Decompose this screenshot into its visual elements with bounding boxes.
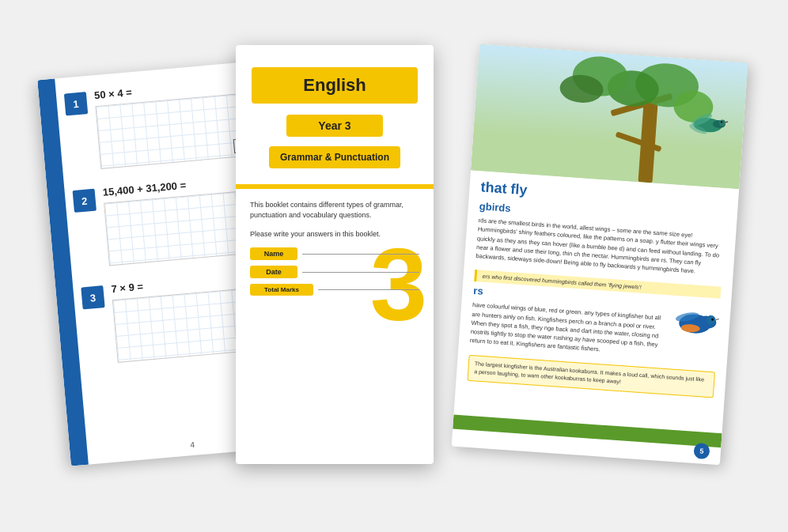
field-total-marks: Total Marks	[250, 284, 419, 296]
right-body: that fly gbirds rds are the smallest bir…	[456, 170, 739, 406]
kingfisher-svg	[669, 298, 720, 345]
scene: 1 50 × 4 = 2 15,400 + 31,200 =	[54, 37, 734, 496]
kingfisher-section: rs have colourful wings of blue, red or …	[469, 285, 720, 367]
question-number-1: 1	[64, 92, 88, 115]
right-top-image	[471, 43, 748, 188]
field-name-label: Name	[250, 247, 297, 260]
booklet-subject: Grammar & Punctuation	[269, 146, 400, 168]
hummingbird-section: gbirds rds are the smallest birds in the…	[475, 200, 726, 282]
hummingbird-image	[683, 106, 729, 145]
center-header: English Year 3 Grammar & Punctuation	[236, 45, 434, 184]
page-number-left: 4	[190, 440, 195, 448]
field-marks-label: Total Marks	[250, 284, 313, 296]
field-date: Date	[250, 266, 419, 278]
svg-line-11	[716, 318, 721, 319]
center-body: This booklet contains different types of…	[236, 189, 434, 313]
field-marks-line	[318, 289, 419, 290]
center-booklet: English Year 3 Grammar & Punctuation Thi…	[236, 45, 434, 464]
body-text-1: This booklet contains different types of…	[250, 200, 419, 221]
field-name: Name	[250, 247, 419, 260]
booklet-title: English	[252, 67, 418, 104]
right-booklet: that fly gbirds rds are the smallest bir…	[452, 43, 748, 464]
field-date-label: Date	[250, 266, 297, 278]
field-name-line	[302, 254, 419, 255]
booklet-year: Year 3	[286, 115, 382, 137]
kingfisher-text: have colourful wings of blue, red or gre…	[470, 300, 665, 358]
question-number-3: 3	[81, 285, 104, 309]
kingfisher-image	[669, 298, 720, 345]
field-date-line	[302, 272, 419, 273]
question-number-2: 2	[73, 188, 97, 212]
